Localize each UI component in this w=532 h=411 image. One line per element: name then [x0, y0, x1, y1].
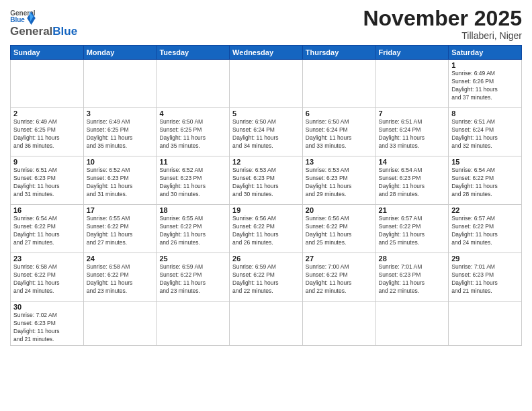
table-row: 1Sunrise: 6:49 AMSunset: 6:26 PMDaylight…	[449, 60, 522, 108]
day-number: 1	[451, 61, 519, 69]
day-info: Sunrise: 6:50 AMSunset: 6:25 PMDaylight:…	[159, 118, 226, 150]
day-info: Sunrise: 6:57 AMSunset: 6:22 PMDaylight:…	[451, 215, 519, 247]
day-info: Sunrise: 6:53 AMSunset: 6:23 PMDaylight:…	[306, 167, 373, 199]
day-number: 5	[232, 109, 300, 118]
table-row: 13Sunrise: 6:53 AMSunset: 6:23 PMDayligh…	[302, 156, 375, 205]
table-row: 21Sunrise: 6:57 AMSunset: 6:22 PMDayligh…	[375, 205, 449, 253]
logo-blue: Blue	[52, 25, 77, 38]
table-row: 7Sunrise: 6:51 AMSunset: 6:24 PMDaylight…	[375, 108, 449, 156]
table-row: 16Sunrise: 6:54 AMSunset: 6:22 PMDayligh…	[11, 205, 84, 253]
table-row: 29Sunrise: 7:01 AMSunset: 6:23 PMDayligh…	[449, 253, 522, 302]
day-info: Sunrise: 7:02 AMSunset: 6:23 PMDaylight:…	[13, 312, 81, 344]
day-info: Sunrise: 6:55 AMSunset: 6:22 PMDaylight:…	[159, 215, 226, 247]
table-row: 8Sunrise: 6:51 AMSunset: 6:24 PMDaylight…	[449, 108, 522, 156]
day-number: 15	[451, 158, 519, 166]
table-row: 25Sunrise: 6:59 AMSunset: 6:22 PMDayligh…	[157, 253, 230, 302]
header-thursday: Thursday	[302, 46, 375, 60]
day-number: 24	[87, 255, 154, 263]
day-number: 22	[451, 206, 519, 214]
table-row	[230, 60, 303, 108]
svg-text:Blue: Blue	[10, 16, 25, 24]
day-info: Sunrise: 6:59 AMSunset: 6:22 PMDaylight:…	[159, 263, 226, 295]
day-number: 11	[159, 158, 226, 166]
day-info: Sunrise: 6:52 AMSunset: 6:23 PMDaylight:…	[159, 167, 226, 199]
header-tuesday: Tuesday	[157, 46, 230, 60]
day-info: Sunrise: 6:55 AMSunset: 6:22 PMDaylight:…	[87, 215, 154, 247]
day-number: 21	[379, 206, 446, 214]
table-row: 23Sunrise: 6:58 AMSunset: 6:22 PMDayligh…	[11, 253, 84, 302]
day-info: Sunrise: 6:52 AMSunset: 6:23 PMDaylight:…	[87, 167, 154, 199]
table-row: 14Sunrise: 6:54 AMSunset: 6:23 PMDayligh…	[375, 156, 449, 205]
table-row: 24Sunrise: 6:58 AMSunset: 6:22 PMDayligh…	[83, 253, 157, 302]
logo-area: General Blue General Blue	[10, 7, 77, 38]
day-number: 2	[13, 109, 81, 118]
table-row: 17Sunrise: 6:55 AMSunset: 6:22 PMDayligh…	[83, 205, 157, 253]
calendar-week-row: 2Sunrise: 6:49 AMSunset: 6:25 PMDaylight…	[11, 108, 522, 156]
day-number: 18	[159, 206, 226, 214]
calendar-week-row: 1Sunrise: 6:49 AMSunset: 6:26 PMDaylight…	[11, 60, 522, 108]
day-info: Sunrise: 6:54 AMSunset: 6:23 PMDaylight:…	[379, 167, 446, 199]
day-number: 9	[13, 158, 81, 166]
day-number: 16	[13, 206, 81, 214]
header-friday: Friday	[375, 46, 449, 60]
calendar-header-row: Sunday Monday Tuesday Wednesday Thursday…	[11, 46, 522, 60]
day-number: 7	[379, 109, 446, 118]
day-number: 29	[451, 255, 519, 263]
day-info: Sunrise: 6:51 AMSunset: 6:24 PMDaylight:…	[451, 118, 519, 150]
header-monday: Monday	[83, 46, 157, 60]
day-number: 17	[87, 206, 154, 214]
table-row: 30Sunrise: 7:02 AMSunset: 6:23 PMDayligh…	[11, 302, 84, 346]
calendar-week-row: 16Sunrise: 6:54 AMSunset: 6:22 PMDayligh…	[11, 205, 522, 253]
table-row: 10Sunrise: 6:52 AMSunset: 6:23 PMDayligh…	[83, 156, 157, 205]
day-info: Sunrise: 6:49 AMSunset: 6:26 PMDaylight:…	[451, 70, 519, 102]
table-row	[302, 302, 375, 346]
day-number: 12	[232, 158, 300, 166]
table-row: 19Sunrise: 6:56 AMSunset: 6:22 PMDayligh…	[230, 205, 303, 253]
table-row: 18Sunrise: 6:55 AMSunset: 6:22 PMDayligh…	[157, 205, 230, 253]
day-number: 14	[379, 158, 446, 166]
day-number: 30	[13, 303, 81, 311]
day-info: Sunrise: 6:50 AMSunset: 6:24 PMDaylight:…	[232, 118, 300, 150]
day-number: 19	[232, 206, 300, 214]
day-number: 6	[306, 109, 373, 118]
day-number: 25	[159, 255, 226, 263]
day-info: Sunrise: 6:56 AMSunset: 6:22 PMDaylight:…	[232, 215, 300, 247]
table-row: 2Sunrise: 6:49 AMSunset: 6:25 PMDaylight…	[11, 108, 84, 156]
day-info: Sunrise: 7:01 AMSunset: 6:23 PMDaylight:…	[379, 263, 446, 295]
table-row: 15Sunrise: 6:54 AMSunset: 6:22 PMDayligh…	[449, 156, 522, 205]
table-row	[230, 302, 303, 346]
table-row	[375, 302, 449, 346]
day-info: Sunrise: 7:00 AMSunset: 6:22 PMDaylight:…	[306, 263, 373, 295]
calendar-week-row: 9Sunrise: 6:51 AMSunset: 6:23 PMDaylight…	[11, 156, 522, 205]
day-number: 3	[87, 109, 154, 118]
table-row: 27Sunrise: 7:00 AMSunset: 6:22 PMDayligh…	[302, 253, 375, 302]
table-row: 22Sunrise: 6:57 AMSunset: 6:22 PMDayligh…	[449, 205, 522, 253]
table-row: 28Sunrise: 7:01 AMSunset: 6:23 PMDayligh…	[375, 253, 449, 302]
table-row: 26Sunrise: 6:59 AMSunset: 6:22 PMDayligh…	[230, 253, 303, 302]
table-row: 4Sunrise: 6:50 AMSunset: 6:25 PMDaylight…	[157, 108, 230, 156]
table-row	[11, 60, 84, 108]
calendar-table: Sunday Monday Tuesday Wednesday Thursday…	[10, 45, 522, 346]
table-row: 3Sunrise: 6:49 AMSunset: 6:25 PMDaylight…	[83, 108, 157, 156]
day-info: Sunrise: 6:59 AMSunset: 6:22 PMDaylight:…	[232, 263, 300, 295]
header-sunday: Sunday	[11, 46, 84, 60]
table-row: 11Sunrise: 6:52 AMSunset: 6:23 PMDayligh…	[157, 156, 230, 205]
table-row: 20Sunrise: 6:56 AMSunset: 6:22 PMDayligh…	[302, 205, 375, 253]
day-info: Sunrise: 6:49 AMSunset: 6:25 PMDaylight:…	[13, 118, 81, 150]
table-row	[375, 60, 449, 108]
table-row	[157, 302, 230, 346]
calendar-week-row: 30Sunrise: 7:02 AMSunset: 6:23 PMDayligh…	[11, 302, 522, 346]
day-number: 4	[159, 109, 226, 118]
table-row	[157, 60, 230, 108]
table-row	[83, 302, 157, 346]
logo-general: General	[10, 25, 52, 38]
day-info: Sunrise: 6:50 AMSunset: 6:24 PMDaylight:…	[306, 118, 373, 150]
day-info: Sunrise: 6:54 AMSunset: 6:22 PMDaylight:…	[451, 167, 519, 199]
day-info: Sunrise: 6:58 AMSunset: 6:22 PMDaylight:…	[13, 263, 81, 295]
day-number: 26	[232, 255, 300, 263]
day-info: Sunrise: 6:49 AMSunset: 6:25 PMDaylight:…	[87, 118, 154, 150]
day-number: 28	[379, 255, 446, 263]
day-number: 27	[306, 255, 373, 263]
table-row: 12Sunrise: 6:53 AMSunset: 6:23 PMDayligh…	[230, 156, 303, 205]
table-row	[449, 302, 522, 346]
